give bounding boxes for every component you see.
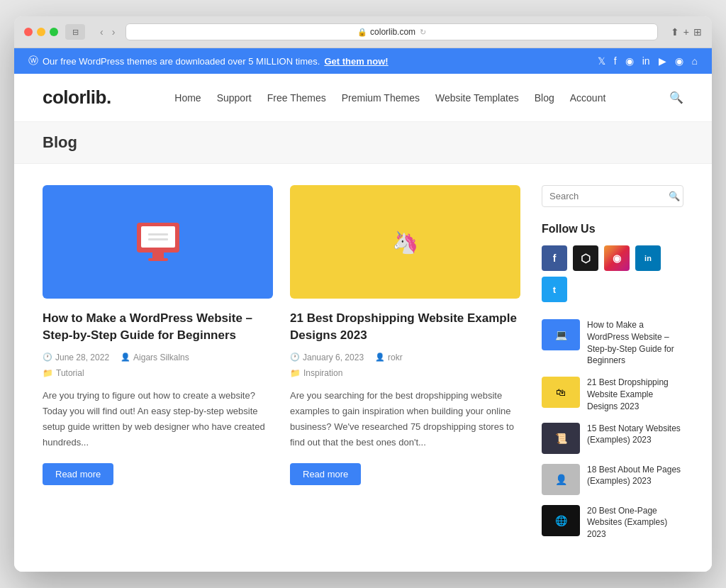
rss-top-icon[interactable]: ◉ (675, 55, 683, 67)
main-content: How to Make a WordPress Website – Step-b… (14, 164, 712, 572)
banner-static-text: Our free WordPress themes are downloaded… (43, 56, 320, 67)
sidebar-search-box[interactable]: 🔍 (542, 185, 683, 207)
share-button[interactable]: ⬆ (671, 26, 679, 38)
youtube-top-icon[interactable]: ▶ (659, 55, 666, 67)
recent-post-5: 🌐 20 Best One-Page Websites (Examples) 2… (542, 505, 683, 540)
banner-cta-link[interactable]: Get them now! (324, 56, 388, 67)
nav-buttons: ‹ › (96, 25, 118, 39)
recent-title-4[interactable]: 18 Best About Me Pages (Examples) 2023 (587, 464, 683, 488)
monitor-mini-icon: 💻 (555, 329, 567, 340)
site-logo[interactable]: colorlib. (43, 87, 111, 109)
social-buttons-grid: f ⬡ ◉ in t (542, 245, 683, 302)
clock-icon: 🕐 (43, 353, 52, 362)
sidebar-toggle[interactable]: ⊟ (65, 24, 85, 40)
linkedin-button[interactable]: in (635, 245, 661, 271)
browser-actions: ⬆ + ⊞ (671, 26, 702, 38)
top-banner: ⓦ Our free WordPress themes are download… (14, 48, 712, 74)
recent-thumb-1: 💻 (542, 319, 580, 350)
github-top-icon[interactable]: ⌂ (692, 55, 698, 67)
recent-title-2[interactable]: 21 Best Dropshipping Website Example Des… (587, 377, 683, 412)
header-search-icon[interactable]: 🔍 (669, 91, 683, 104)
article-1-title[interactable]: How to Make a WordPress Website – Step-b… (43, 310, 273, 344)
article-2-read-more[interactable]: Read more (290, 463, 361, 485)
thumb-4-bg: 👤 (542, 464, 580, 495)
nav-premium-themes[interactable]: Premium Themes (342, 92, 420, 104)
article-1-meta: 🕐 June 28, 2022 👤 Aigars Silkalns (43, 353, 273, 362)
forward-button[interactable]: › (108, 25, 119, 39)
thumb-5-bg: 🌐 (542, 505, 580, 536)
monitor-body (137, 223, 179, 253)
screen-line-1 (148, 233, 168, 235)
recent-thumb-4: 👤 (542, 464, 580, 495)
nav-free-themes[interactable]: Free Themes (267, 92, 326, 104)
recent-thumb-5: 🌐 (542, 505, 580, 536)
instagram-button[interactable]: ◉ (604, 245, 630, 271)
search-input[interactable] (549, 191, 669, 201)
recent-post-4: 👤 18 Best About Me Pages (Examples) 2023 (542, 464, 683, 495)
monitor-illustration (137, 223, 179, 261)
recent-title-1[interactable]: How to Make a WordPress Website – Step-b… (587, 319, 683, 367)
article-2-yellow-bg: 🦄 (290, 185, 520, 299)
follow-us-title: Follow Us (542, 223, 683, 235)
nav-account[interactable]: Account (570, 92, 606, 104)
folder-icon-2: 📁 (290, 368, 301, 378)
facebook-button[interactable]: f (542, 245, 567, 271)
thumb-2-bg: 🛍 (542, 377, 580, 408)
nav-support[interactable]: Support (217, 92, 252, 104)
recent-title-5[interactable]: 20 Best One-Page Websites (Examples) 202… (587, 505, 683, 540)
articles-list: How to Make a WordPress Website – Step-b… (43, 185, 520, 550)
screen-lines (148, 233, 168, 240)
blog-title-bar: Blog (14, 122, 712, 164)
close-dot[interactable] (24, 28, 33, 36)
notary-mini-icon: 📜 (555, 433, 567, 444)
article-card-2: 🦄 21 Best Dropshipping Website Example D… (290, 185, 520, 550)
new-tab-button[interactable]: + (683, 26, 689, 38)
article-2-title[interactable]: 21 Best Dropshipping Website Example Des… (290, 310, 520, 344)
screen-line-2 (148, 238, 168, 240)
recent-post-3: 📜 15 Best Notary Websites (Examples) 202… (542, 423, 683, 454)
shop-mini-icon: 🛍 (556, 387, 566, 398)
article-2-author: 👤 rokr (375, 353, 403, 362)
window-controls (24, 28, 58, 36)
page-mini-icon: 🌐 (555, 515, 567, 526)
thumb-1-bg: 💻 (542, 319, 580, 350)
article-2-excerpt: Are you searching for the best dropshipp… (290, 388, 520, 450)
article-2-meta: 🕐 January 6, 2023 👤 rokr (290, 353, 520, 362)
article-1-read-more[interactable]: Read more (43, 463, 113, 485)
page-title: Blog (43, 133, 683, 152)
grid-button[interactable]: ⊞ (693, 26, 702, 38)
unicorn-illustration: 🦄 (392, 230, 418, 255)
article-2-date: 🕐 January 6, 2023 (290, 353, 364, 362)
main-nav: Home Support Free Themes Premium Themes … (140, 92, 641, 104)
twitter-button[interactable]: t (542, 277, 567, 302)
github-button[interactable]: ⬡ (573, 245, 598, 271)
recent-posts: 💻 How to Make a WordPress Website – Step… (542, 319, 683, 540)
linkedin-top-icon[interactable]: in (642, 55, 650, 67)
thumb-3-bg: 📜 (542, 423, 580, 454)
minimize-dot[interactable] (37, 28, 45, 36)
nav-home[interactable]: Home (174, 92, 201, 104)
user-icon-2: 👤 (375, 353, 385, 362)
recent-post-2: 🛍 21 Best Dropshipping Website Example D… (542, 377, 683, 412)
nav-website-templates[interactable]: Website Templates (435, 92, 519, 104)
about-mini-icon: 👤 (555, 474, 567, 485)
facebook-top-icon[interactable]: f (614, 55, 617, 67)
back-button[interactable]: ‹ (96, 25, 107, 39)
nav-blog[interactable]: Blog (535, 92, 554, 104)
browser-window: ⊟ ‹ › 🔒 colorlib.com ↻ ⬆ + ⊞ ⓦ Our free … (14, 16, 712, 572)
article-1-blue-bg (43, 185, 273, 299)
twitter-top-icon[interactable]: 𝕏 (598, 55, 605, 67)
sidebar: 🔍 Follow Us f ⬡ ◉ in t 💻 (542, 185, 683, 550)
address-bar[interactable]: 🔒 colorlib.com ↻ (125, 23, 657, 40)
recent-title-3[interactable]: 15 Best Notary Websites (Examples) 2023 (587, 423, 683, 447)
instagram-top-icon[interactable]: ◉ (625, 55, 634, 67)
maximize-dot[interactable] (50, 28, 58, 36)
article-1-image (43, 185, 273, 299)
recent-post-1: 💻 How to Make a WordPress Website – Step… (542, 319, 683, 367)
article-2-image: 🦄 (290, 185, 520, 299)
recent-thumb-2: 🛍 (542, 377, 580, 408)
wordpress-icon: ⓦ (28, 55, 38, 67)
site-header: colorlib. Home Support Free Themes Premi… (14, 74, 712, 122)
article-1-excerpt: Are you trying to figure out how to crea… (43, 388, 273, 450)
folder-icon: 📁 (43, 368, 53, 378)
